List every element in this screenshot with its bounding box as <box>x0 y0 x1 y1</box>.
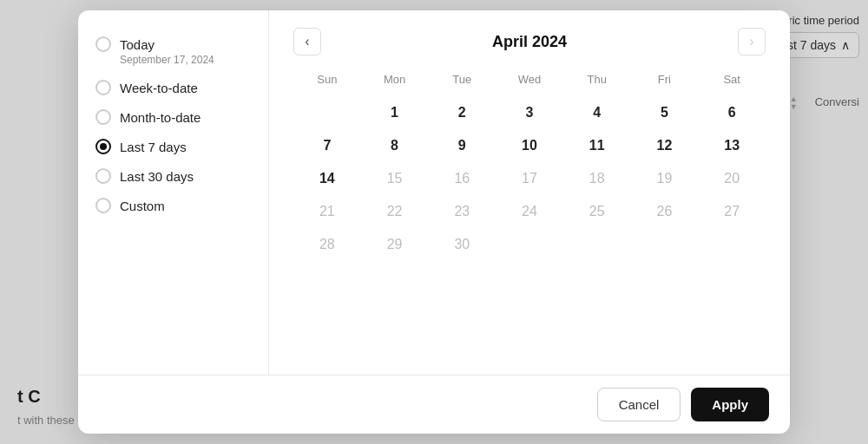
radio-label-last-30-days: Last 30 days <box>120 169 194 184</box>
radio-option-custom[interactable]: Custom <box>95 193 251 219</box>
cal-day-24: 24 <box>496 195 563 228</box>
cal-day-16: 16 <box>428 162 496 195</box>
calendar-grid: SunMonTueWedThuFriSat 123456789101112131… <box>293 69 766 261</box>
apply-button[interactable]: Apply <box>691 388 769 421</box>
cal-day-29: 29 <box>361 228 429 261</box>
radio-option-week-to-date[interactable]: Week-to-date <box>95 75 251 101</box>
cal-day-5[interactable]: 5 <box>631 96 699 129</box>
cal-day-26: 26 <box>631 195 699 228</box>
radio-label-week-to-date: Week-to-date <box>120 81 198 95</box>
cal-day-empty <box>631 228 699 261</box>
cal-day-8[interactable]: 8 <box>361 129 429 162</box>
cal-day-empty <box>698 228 766 261</box>
cal-day-27: 27 <box>698 195 766 228</box>
cal-day-19: 19 <box>631 162 699 195</box>
cal-day-25: 25 <box>563 195 631 228</box>
radio-circle-last-7-days <box>95 139 111 154</box>
radio-option-last-30-days[interactable]: Last 30 days <box>95 163 251 189</box>
cal-day-30: 30 <box>428 228 496 261</box>
cal-day-empty <box>496 228 563 261</box>
cal-day-11[interactable]: 11 <box>563 129 631 162</box>
cal-day-6[interactable]: 6 <box>698 96 766 129</box>
cancel-button[interactable]: Cancel <box>597 388 681 421</box>
right-panel: ‹ April 2024 › SunMonTueWedThuFriSat 123… <box>269 10 790 375</box>
cal-day-7[interactable]: 7 <box>293 129 361 162</box>
calendar-month-title: April 2024 <box>492 33 567 51</box>
cal-day-14[interactable]: 14 <box>293 162 361 195</box>
radio-option-today[interactable]: TodaySeptember 17, 2024 <box>95 31 251 71</box>
cal-day-15: 15 <box>361 162 429 195</box>
cal-day-3[interactable]: 3 <box>496 96 563 129</box>
radio-sublabel-today: September 17, 2024 <box>120 54 251 66</box>
cal-day-empty <box>293 96 361 129</box>
calendar-header: ‹ April 2024 › <box>293 28 766 56</box>
weekday-tue: Tue <box>428 69 496 89</box>
radio-option-month-to-date[interactable]: Month-to-date <box>95 104 251 130</box>
cal-day-23: 23 <box>428 195 496 228</box>
cal-day-17: 17 <box>496 162 563 195</box>
radio-circle-month-to-date <box>95 109 111 125</box>
cal-day-12[interactable]: 12 <box>631 129 699 162</box>
cal-day-13[interactable]: 13 <box>698 129 766 162</box>
cal-day-2[interactable]: 2 <box>428 96 496 129</box>
radio-label-custom: Custom <box>120 199 165 213</box>
radio-circle-last-30-days <box>95 168 111 184</box>
radio-label-month-to-date: Month-to-date <box>120 110 201 125</box>
radio-label-last-7-days: Last 7 days <box>120 140 187 154</box>
radio-label-today: Today <box>120 37 155 52</box>
cal-day-10[interactable]: 10 <box>496 129 563 162</box>
cal-day-empty <box>563 228 631 261</box>
date-picker-modal: TodaySeptember 17, 2024Week-to-dateMonth… <box>78 10 790 434</box>
weekday-thu: Thu <box>563 69 631 89</box>
modal-overlay: TodaySeptember 17, 2024Week-to-dateMonth… <box>0 0 868 444</box>
weekday-mon: Mon <box>361 69 429 89</box>
weekday-wed: Wed <box>496 69 563 89</box>
prev-month-button[interactable]: ‹ <box>293 28 321 56</box>
calendar-days: 1234567891011121314151617181920212223242… <box>293 96 766 261</box>
modal-body: TodaySeptember 17, 2024Week-to-dateMonth… <box>78 10 790 375</box>
cal-day-18: 18 <box>563 162 631 195</box>
cal-day-20: 20 <box>698 162 766 195</box>
next-month-button[interactable]: › <box>738 28 766 56</box>
left-panel: TodaySeptember 17, 2024Week-to-dateMonth… <box>78 10 269 375</box>
cal-day-22: 22 <box>361 195 429 228</box>
weekday-fri: Fri <box>631 69 699 89</box>
modal-footer: Cancel Apply <box>78 375 790 434</box>
radio-circle-week-to-date <box>95 80 111 95</box>
cal-day-28: 28 <box>293 228 361 261</box>
cal-day-4[interactable]: 4 <box>563 96 631 129</box>
radio-circle-today <box>95 36 111 52</box>
radio-circle-custom <box>95 198 111 213</box>
radio-option-last-7-days[interactable]: Last 7 days <box>95 134 251 160</box>
weekday-sun: Sun <box>293 69 361 89</box>
calendar-weekdays: SunMonTueWedThuFriSat <box>293 69 766 89</box>
cal-day-9[interactable]: 9 <box>428 129 496 162</box>
cal-day-1[interactable]: 1 <box>361 96 429 129</box>
weekday-sat: Sat <box>698 69 766 89</box>
cal-day-21: 21 <box>293 195 361 228</box>
